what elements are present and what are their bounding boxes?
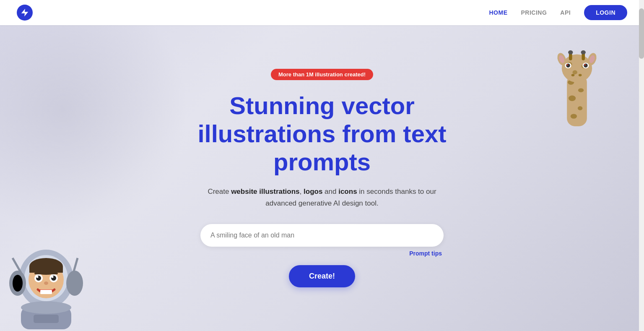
- svg-point-37: [52, 276, 54, 278]
- prompt-input[interactable]: [200, 224, 444, 247]
- create-button[interactable]: Create!: [289, 265, 355, 287]
- prompt-tips-link[interactable]: Prompt tips: [409, 250, 442, 257]
- hero-title: Stunning vector illustrations from text …: [198, 92, 447, 176]
- svg-point-20: [566, 63, 570, 68]
- nav-links: HOME PRICING API LOGIN: [489, 5, 627, 20]
- logo: [17, 5, 33, 21]
- hero-badge: More than 1M illustration created!: [271, 69, 373, 80]
- nav-pricing[interactable]: PRICING: [521, 9, 547, 16]
- svg-point-40: [44, 281, 48, 285]
- svg-point-25: [571, 74, 575, 76]
- svg-point-3: [578, 88, 584, 92]
- svg-point-43: [13, 275, 23, 292]
- svg-point-7: [562, 55, 592, 83]
- astronaut-illustration: [8, 245, 84, 331]
- svg-point-24: [584, 64, 586, 65]
- login-button[interactable]: LOGIN: [584, 5, 627, 20]
- prompt-tips-row: Prompt tips: [200, 250, 444, 257]
- nav-api[interactable]: API: [560, 9, 571, 16]
- logo-icon: [17, 5, 33, 21]
- svg-line-46: [73, 258, 78, 273]
- svg-point-18: [581, 50, 586, 55]
- svg-point-21: [566, 64, 568, 65]
- svg-point-5: [578, 106, 582, 110]
- svg-point-44: [66, 271, 83, 296]
- svg-marker-0: [21, 9, 29, 16]
- svg-rect-39: [49, 273, 58, 274]
- svg-rect-38: [34, 273, 43, 274]
- scrollbar-thumb[interactable]: [639, 8, 644, 59]
- hero-subtitle: Create website illustrations, logos and …: [200, 186, 444, 209]
- svg-rect-49: [34, 315, 59, 323]
- svg-point-10: [573, 70, 577, 75]
- svg-point-26: [579, 74, 582, 76]
- svg-point-23: [584, 63, 588, 68]
- svg-rect-41: [40, 290, 52, 294]
- svg-point-48: [21, 301, 71, 314]
- scrollbar[interactable]: [639, 0, 644, 331]
- svg-rect-31: [29, 266, 63, 273]
- nav-home[interactable]: HOME: [489, 9, 507, 16]
- giraffe-illustration: [543, 50, 610, 134]
- svg-point-6: [571, 114, 577, 118]
- svg-point-16: [568, 50, 573, 55]
- svg-point-34: [36, 276, 39, 278]
- search-container: Prompt tips: [200, 224, 444, 257]
- hero-section: More than 1M illustration created! Stunn…: [0, 25, 644, 331]
- svg-line-45: [13, 258, 21, 273]
- navbar: HOME PRICING API LOGIN: [0, 0, 644, 25]
- svg-point-4: [569, 96, 576, 101]
